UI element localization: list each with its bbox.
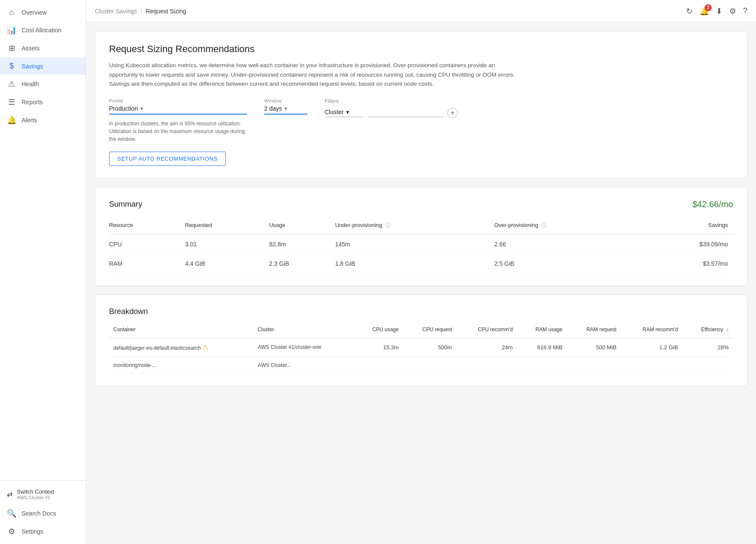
breadcrumb-separator: / (141, 8, 142, 15)
container-cell: default/jaeger-es-default:elasticsearch … (109, 338, 253, 357)
sidebar-item-assets[interactable]: ⊞Assets (0, 39, 86, 57)
breakdown-col-1: Cluster (253, 323, 354, 338)
sidebar-item-reports[interactable]: ☰Reports (0, 93, 86, 111)
setup-auto-recommendations-button[interactable]: SETUP AUTO RECOMMENDATIONS (109, 152, 226, 166)
savings-cell: $3.57/mo (645, 254, 733, 273)
container-cell: monitoring/node-... (109, 357, 253, 373)
overview-icon: ⌂ (7, 8, 16, 17)
gear-icon: ⚙ (7, 527, 16, 536)
requested-cell: 3.01 (185, 234, 269, 254)
resource-cell: CPU (109, 234, 185, 254)
col-resource: Resource (109, 218, 185, 235)
breakdown-col-8[interactable]: Efficiency ↓ (682, 323, 733, 338)
summary-header: Summary $42.66/mo (109, 199, 733, 209)
over-info-icon[interactable]: ⓘ (541, 222, 547, 228)
switch-context-icon: ⇄ (7, 490, 12, 498)
profile-label: Profile (109, 98, 247, 103)
usage-cell: 2.3 GiB (269, 254, 335, 273)
breakdown-table: ContainerClusterCPU usageCPU requestCPU … (109, 323, 733, 374)
cpu-request-cell (403, 357, 456, 373)
filters-group: Filters Cluster ▾ + (325, 98, 458, 118)
breakdown-col-3: CPU request (403, 323, 456, 338)
switch-context-label: Switch Context (17, 488, 54, 495)
sidebar-bottom: ⇄ Switch Context AWS Cluster #1 🔍 Search… (0, 480, 86, 544)
cluster-filter-input[interactable] (368, 109, 443, 117)
savings-total: $42.66/mo (692, 199, 733, 209)
sort-icon: ↓ (726, 326, 729, 333)
sidebar-item-savings[interactable]: $Savings (0, 57, 86, 75)
profile-hint: In production clusters, the aim is 65% r… (109, 120, 247, 143)
sidebar-item-cost-allocation[interactable]: 📊Cost Allocation (0, 21, 86, 39)
page-title: Request Sizing Recommendations (109, 44, 733, 55)
efficiency-cell: 28% (682, 338, 733, 357)
main-area: Cluster Savings / Request Sizing ↻ 🔔 2 ⬇… (86, 0, 756, 544)
ram-request-cell: 500 MiB (567, 338, 621, 357)
reports-icon: ☰ (7, 97, 16, 107)
settings-button[interactable]: ⚙ (729, 6, 736, 16)
sidebar-item-search-docs[interactable]: 🔍 Search Docs (0, 504, 86, 522)
sidebar-item-health[interactable]: ⚠Health (0, 75, 86, 93)
breakdown-col-5: RAM usage (517, 323, 567, 338)
cpu-recommd-cell: 24m (456, 338, 517, 357)
breakdown-col-0: Container (109, 323, 253, 338)
header: Cluster Savings / Request Sizing ↻ 🔔 2 ⬇… (86, 0, 756, 22)
under-cell: 1.8 GiB (335, 254, 494, 273)
summary-title: Summary (109, 200, 142, 209)
col-requested: Requested (185, 218, 269, 235)
breakdown-col-7: RAM recomm'd (621, 323, 682, 338)
sidebar-nav: ⌂Overview📊Cost Allocation⊞Assets$Savings… (0, 0, 86, 480)
sidebar-item-label: Assets (22, 45, 40, 52)
profile-select[interactable]: Production ▾ (109, 105, 247, 115)
window-select[interactable]: 2 days ▾ (264, 105, 307, 115)
breadcrumb-current: Request Sizing (146, 8, 186, 15)
notifications-badge: 2 (705, 4, 712, 11)
ram-recommd-cell: 1.2 GiB (621, 338, 682, 357)
under-cell: 145m (335, 234, 494, 254)
filters-label: Filters (325, 98, 458, 104)
profile-group: Profile Production ▾ In production clust… (109, 98, 247, 143)
ram-usage-cell (517, 357, 567, 373)
switch-context-sub: AWS Cluster #1 (17, 495, 54, 500)
cluster-cell: AWS Cluster #1/cluster-one (253, 338, 354, 357)
assets-icon: ⊞ (7, 44, 16, 53)
notifications-button[interactable]: 🔔 2 (700, 6, 709, 16)
under-info-icon[interactable]: ⓘ (385, 222, 391, 228)
savings-cell: $39.09/mo (645, 234, 733, 254)
window-label: Window (264, 98, 307, 103)
cluster-filter-arrow: ▾ (346, 109, 349, 115)
sidebar-item-alerts[interactable]: 🔔Alerts (0, 111, 86, 129)
ram-usage-cell: 816.9 MiB (517, 338, 567, 357)
sidebar-item-label: Health (22, 81, 39, 87)
help-button[interactable]: ? (743, 6, 747, 16)
download-button[interactable]: ⬇ (716, 6, 722, 16)
warning-icon: ⚠ (202, 344, 208, 351)
cpu-recommd-cell (456, 357, 517, 373)
cpu-usage-cell (354, 357, 403, 373)
settings-label: Settings (22, 528, 44, 535)
profile-value: Production (109, 105, 138, 112)
breakdown-col-4: CPU recomm'd (456, 323, 517, 338)
ram-recommd-cell (621, 357, 682, 373)
sidebar-item-settings[interactable]: ⚙ Settings (0, 522, 86, 541)
breadcrumb-parent[interactable]: Cluster Savings (95, 8, 137, 15)
page-description: Using Kubecost allocation metrics, we de… (109, 61, 523, 89)
cpu-usage-cell: 15.3m (354, 338, 403, 357)
sidebar-item-label: Savings (22, 63, 43, 70)
chevron-down-icon: ▾ (141, 106, 143, 112)
col-under-provisioning: Under-provisioning ⓘ (335, 218, 494, 235)
summary-table: Resource Requested Usage Under-provision… (109, 218, 733, 274)
cluster-filter[interactable]: Cluster ▾ (325, 109, 363, 117)
add-filter-button[interactable]: + (447, 108, 458, 118)
savings-icon: $ (7, 62, 16, 71)
alerts-icon: 🔔 (7, 115, 16, 125)
switch-context-item[interactable]: ⇄ Switch Context AWS Cluster #1 (0, 484, 86, 504)
cost-allocation-icon: 📊 (7, 25, 16, 35)
over-cell: 2.5 GiB (494, 254, 646, 273)
col-savings: Savings (645, 218, 733, 235)
breakdown-title: Breakdown (109, 307, 733, 316)
summary-card: Summary $42.66/mo Resource Requested Usa… (95, 187, 747, 286)
requested-cell: 4.4 GiB (185, 254, 269, 273)
efficiency-cell (682, 357, 733, 373)
sidebar-item-overview[interactable]: ⌂Overview (0, 3, 86, 21)
refresh-button[interactable]: ↻ (686, 6, 693, 16)
